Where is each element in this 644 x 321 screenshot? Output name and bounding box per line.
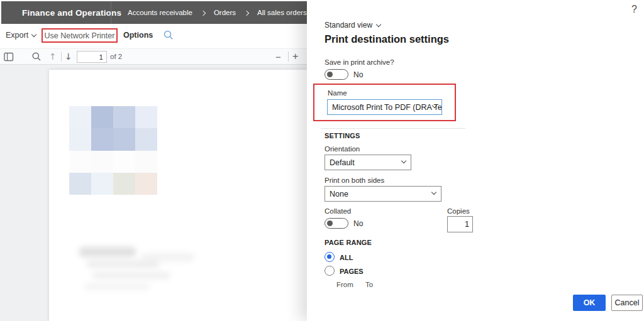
collated-value: No [353,219,363,228]
page-range-all-label: ALL [340,254,353,261]
settings-section-heading: SETTINGS [325,132,360,139]
redacted-mosaic-cell [135,151,157,173]
to-label: To [365,281,373,288]
plus-icon: + [292,51,298,62]
redacted-mosaic-cell [69,128,91,150]
from-label: From [336,281,353,288]
orientation-value: Default [330,158,355,167]
page-number-input[interactable] [77,51,107,63]
redacted-mosaic-cell [91,151,113,173]
redacted-mosaic-cell [135,106,157,128]
redacted-mosaic-cell [113,128,135,150]
redacted-mosaic-cell [69,106,91,128]
panel-title: Print destination settings [325,33,449,45]
view-selector[interactable]: Standard view [325,21,380,30]
toolbar-divider [288,52,289,62]
sidebar-toggle-button[interactable] [4,49,14,64]
zoom-in-button[interactable]: + [292,49,298,64]
header-divider [111,1,111,24]
app-title[interactable]: Finance and Operations [1,8,121,18]
use-network-printer-annotation-box: Use Network Printer [42,28,118,43]
orientation-select[interactable]: Default [325,155,411,170]
redacted-mosaic-cell [91,106,113,128]
sidebar-panel-icon [4,52,14,62]
zoom-out-button[interactable]: − [275,49,281,64]
help-button[interactable]: ? [631,4,637,15]
toolbar-divider [61,52,62,62]
printer-name-value: Microsoft Print To PDF (DRA Tes [332,103,442,112]
redacted-mosaic-cell [113,173,135,195]
options-button[interactable]: Options [123,31,153,40]
printer-name-select[interactable]: Microsoft Print To PDF (DRA Tes [327,99,442,115]
page-range-section-heading: PAGE RANGE [325,239,372,246]
collated-label: Collated [325,207,351,215]
arrow-down-icon: ↓ [65,52,72,62]
minus-icon: − [275,52,281,62]
printer-name-label: Name [328,89,347,97]
redacted-mosaic-cell [69,151,91,173]
redacted-address-line [87,261,159,268]
redacted-report-header-block [69,106,157,195]
export-button[interactable]: Export [6,31,36,40]
save-archive-label: Save in print archive? [325,58,394,66]
redacted-mosaic-cell [113,151,135,173]
cancel-button[interactable]: Cancel [611,295,643,311]
find-in-document-button[interactable] [31,49,42,64]
chevron-right-icon [201,10,206,15]
breadcrumb-orders[interactable]: Orders [214,9,236,16]
redacted-address-line [92,272,170,279]
print-destination-panel: ? Standard view Print destination settin… [307,0,644,321]
export-label: Export [6,31,28,40]
chevron-down-icon [376,21,381,26]
redacted-address-line [141,253,194,261]
pdf-toolbar: ↑ ↓ of 2 − + [0,48,308,65]
previous-page-button[interactable]: ↑ [49,49,57,64]
redacted-mosaic-cell [91,128,113,150]
search-button[interactable] [163,30,174,43]
chevron-down-icon [401,158,406,163]
page-range-pages-label: PAGES [340,268,364,275]
orientation-label: Orientation [325,145,360,153]
pdf-viewer-canvas[interactable] [0,65,308,321]
page-total-label: of 2 [110,49,122,64]
collated-toggle[interactable] [325,218,348,229]
redacted-mosaic-cell [135,173,157,195]
copies-input[interactable] [447,216,473,232]
search-icon [163,30,174,40]
use-network-printer-button[interactable]: Use Network Printer [45,31,115,40]
both-sides-select[interactable]: None [325,186,441,202]
pdf-page [49,70,308,321]
breadcrumb: Accounts receivable Orders All sales ord… [128,1,307,24]
save-archive-toggle[interactable] [325,69,348,80]
redacted-mosaic-cell [135,128,157,150]
arrow-up-icon: ↑ [49,52,57,62]
section-divider [321,128,465,129]
breadcrumb-all-sales-orders[interactable]: All sales orders [257,9,307,16]
breadcrumb-accounts-receivable[interactable]: Accounts receivable [128,9,192,16]
both-sides-value: None [330,190,348,199]
search-icon [31,52,42,62]
app-header: Finance and Operations Accounts receivab… [1,1,311,24]
save-archive-value: No [353,70,363,79]
toggle-knob-icon [327,220,333,226]
page-range-pages-radio[interactable] [325,266,335,276]
redacted-address-line [84,283,150,290]
next-page-button[interactable]: ↓ [65,49,72,64]
chevron-right-icon [244,10,249,15]
view-selector-label: Standard view [325,21,372,30]
both-sides-label: Print on both sides [325,177,384,184]
redacted-mosaic-cell [91,173,113,195]
chevron-down-icon [31,31,36,36]
page-range-all-radio[interactable] [325,252,335,262]
redacted-mosaic-cell [69,173,91,195]
copies-label: Copies [447,207,470,215]
redacted-address-line [79,247,136,257]
redacted-mosaic-cell [113,106,135,128]
chevron-down-icon [431,190,436,195]
ok-button[interactable]: OK [573,295,606,311]
toggle-knob-icon [327,72,333,77]
